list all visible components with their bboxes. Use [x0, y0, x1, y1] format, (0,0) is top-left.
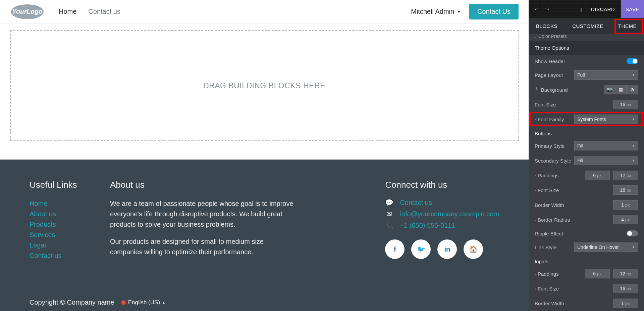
home-social-button[interactable]: 🏠	[464, 239, 483, 259]
footer-link-about[interactable]: About us	[30, 209, 90, 219]
footer-link-products[interactable]: Products	[30, 219, 90, 230]
chevron-right-icon: ▸	[535, 272, 536, 276]
none-icon: ⊘	[630, 87, 634, 92]
about-title: About us	[110, 180, 298, 190]
caret-down-icon: ▼	[632, 73, 635, 77]
copyright-text: Copyright © Company name	[30, 299, 114, 306]
chevron-right-icon: ▸	[535, 188, 536, 192]
linkedin-button[interactable]: in	[437, 239, 457, 259]
ripple-toggle[interactable]	[627, 230, 638, 236]
site-logo[interactable]: YourLogo	[10, 3, 49, 20]
border-width-label: Border Width	[535, 202, 564, 208]
buttons-header: Buttons	[529, 127, 644, 138]
color-presets-collapsed[interactable]: ▸Color Presets	[529, 34, 644, 41]
paddings-v2: 12	[620, 173, 625, 178]
paddings-v1-input[interactable]: 6px	[585, 171, 610, 180]
chevron-right-icon: ▸	[535, 36, 536, 40]
connect-contact-link[interactable]: Contact us	[400, 199, 432, 207]
tab-blocks[interactable]: BLOCKS	[533, 18, 560, 34]
drop-zone-text: DRAG BUILDING BLOCKS HERE	[203, 81, 325, 90]
mobile-preview-button[interactable]: ▯	[577, 5, 585, 13]
caret-down-icon: ▼	[632, 246, 635, 249]
chevron-right-icon: ▸	[535, 287, 536, 291]
connect-phone-link[interactable]: +1 (650) 555-0111	[400, 222, 455, 229]
secondary-style-label: Secondary Style	[535, 158, 571, 164]
show-header-toggle[interactable]	[627, 58, 638, 64]
show-header-label: Show Header	[535, 58, 565, 64]
redo-button[interactable]: ↷	[543, 5, 551, 13]
footer-col-useful-links: Useful Links Home About us Products Serv…	[30, 180, 90, 264]
page-layout-select[interactable]: Full▼	[574, 70, 638, 80]
lang-label: English (US)	[128, 299, 160, 306]
user-dropdown[interactable]: Mitchell Admin ▼	[411, 8, 461, 15]
speech-bubble-icon: 💬	[385, 198, 393, 207]
font-size-unit: px	[627, 102, 631, 107]
ripple-label: Ripple Effect	[535, 231, 563, 236]
chevron-up-icon: ▲	[162, 301, 165, 304]
caret-down-icon: ▼	[632, 118, 635, 121]
undo-button[interactable]: ↶	[533, 5, 541, 13]
paddings-v2-input[interactable]: 12px	[613, 171, 638, 180]
drop-zone[interactable]: DRAG BUILDING BLOCKS HERE	[10, 30, 519, 141]
facebook-button[interactable]: f	[385, 239, 405, 259]
secondary-style-select[interactable]: Fill▼	[574, 156, 638, 165]
language-picker[interactable]: 🔴 English (US) ▲	[121, 299, 165, 306]
facebook-icon: f	[394, 246, 396, 253]
border-width-input[interactable]: 1px	[613, 200, 638, 210]
nav-home[interactable]: Home	[59, 8, 76, 15]
btn-font-size-value: 16	[620, 187, 625, 193]
paddings-v1: 6	[593, 173, 596, 178]
btn-font-size-label: ▸Font Size	[535, 187, 559, 193]
contact-us-button[interactable]: Contact Us	[469, 4, 519, 19]
tab-customize[interactable]: CUSTOMIZE	[570, 18, 606, 34]
border-radius-value: 4	[621, 217, 624, 222]
twitter-button[interactable]: 🐦	[411, 239, 431, 259]
primary-style-select[interactable]: Fill▼	[574, 141, 638, 150]
flag-icon: 🔴	[121, 300, 126, 305]
background-none-button[interactable]: ⊘	[627, 85, 638, 94]
inp-paddings-v2: 12	[620, 271, 625, 276]
connect-title: Connect with us	[385, 180, 499, 190]
footer-link-services[interactable]: Services	[30, 230, 90, 240]
background-label: └Background	[535, 87, 568, 93]
inp-border-width-value: 1	[621, 301, 624, 306]
footer-link-home[interactable]: Home	[30, 198, 90, 209]
footer-link-contact[interactable]: Contact us	[30, 251, 90, 261]
chevron-right-icon: ▸	[535, 174, 536, 177]
page-layout-value: Full	[577, 72, 585, 78]
useful-links-title: Useful Links	[30, 180, 90, 190]
mobile-icon: ▯	[580, 6, 582, 12]
caret-down-icon: ▼	[632, 159, 635, 162]
btn-font-size-input[interactable]: 16px	[613, 185, 638, 195]
chevron-down-icon: ▼	[457, 9, 461, 14]
background-image-button[interactable]: 📷	[604, 85, 615, 94]
inp-font-size-input[interactable]: 16px	[613, 284, 638, 293]
user-name: Mitchell Admin	[411, 8, 454, 15]
about-p1: We are a team of passionate people whose…	[110, 198, 298, 230]
footer-link-legal[interactable]: Legal	[30, 240, 90, 251]
inputs-header: Inputs	[529, 255, 644, 266]
discard-button[interactable]: DISCARD	[591, 6, 615, 12]
nav-contact-us[interactable]: Contact us	[88, 8, 120, 15]
envelope-icon: ✉	[385, 210, 393, 218]
site-top-nav: YourLogo Home Contact us Mitchell Admin …	[0, 0, 529, 24]
primary-style-value: Fill	[577, 143, 583, 148]
link-style-select[interactable]: Underline On Hover▼	[574, 242, 638, 252]
grid-icon: ▦	[619, 87, 623, 92]
border-radius-input[interactable]: 4px	[613, 215, 638, 224]
tab-theme[interactable]: THEME	[615, 18, 639, 34]
save-button[interactable]: SAVE	[621, 0, 644, 18]
font-family-select[interactable]: System Fonts▼	[574, 115, 638, 124]
connect-email-link[interactable]: info@yourcompany.example.com	[400, 210, 499, 218]
editor-panel: ↶ ↷ ▯ DISCARD SAVE BLOCKS CUSTOMIZE THEM…	[529, 0, 644, 311]
inp-font-size-value: 16	[620, 286, 625, 291]
font-size-input[interactable]: 16px	[613, 100, 638, 109]
inp-paddings-v2-input[interactable]: 12px	[613, 269, 638, 278]
inp-paddings-v1: 6	[593, 271, 596, 276]
inp-paddings-v1-input[interactable]: 6px	[585, 269, 610, 278]
secondary-style-value: Fill	[577, 158, 583, 163]
background-grid-button[interactable]: ▦	[615, 85, 627, 94]
inp-font-size-label: ▸Font Size	[535, 286, 559, 292]
inp-border-width-input[interactable]: 1px	[613, 299, 638, 308]
about-p2: Our products are designed for small to m…	[110, 236, 298, 257]
